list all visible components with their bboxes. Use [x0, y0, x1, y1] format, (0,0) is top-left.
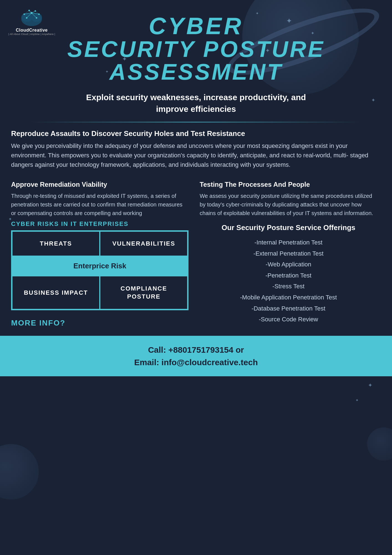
- left-col-heading: Approve Remediation Viability: [11, 181, 189, 188]
- footer: Call: +8801751793154 or Email: info@clou…: [0, 336, 392, 376]
- offering-item: -Web Application: [200, 259, 377, 270]
- footer-line1: Call: +8801751793154 or: [11, 344, 381, 356]
- right-column: Testing The Processes And People We asse…: [200, 181, 377, 327]
- risk-business: BUSINESS IMPACT: [12, 276, 100, 309]
- title-line1: CYBER: [11, 14, 381, 38]
- risk-compliance: COMPLIANCE POSTURE: [100, 276, 188, 309]
- offering-item: -Internal Penetration Test: [200, 237, 377, 248]
- left-col-body: Through re-testing of misused and exploi…: [11, 192, 189, 218]
- intro-body: We give you perceivability into the adeq…: [11, 141, 381, 170]
- right-col-heading: Testing The Processes And People: [200, 181, 377, 188]
- title-line2: SECURITY POSTURE ASSESSMENT: [11, 38, 381, 83]
- two-col-section: Approve Remediation Viability Through re…: [11, 181, 381, 327]
- risk-threats: THREATS: [12, 231, 100, 256]
- header-subtitle: Exploit security weaknesses, increase pr…: [71, 92, 321, 115]
- sparkle-8: ✦: [355, 398, 359, 402]
- sparkle-7: ✦: [368, 382, 373, 389]
- more-info-label: More info?: [11, 319, 189, 327]
- offering-item: -Source Code Review: [200, 314, 377, 325]
- offering-item: -External Penetration Test: [200, 248, 377, 259]
- offerings-list: -Internal Penetration Test-External Pene…: [200, 237, 377, 325]
- offering-item: -Mobile Application Penetration Test: [200, 292, 377, 303]
- main-title: CYBER SECURITY POSTURE ASSESSMENT: [11, 14, 381, 83]
- intro-section: Reproduce Assaults to Discover Security …: [11, 129, 381, 170]
- offering-item: -Stress Test: [200, 281, 377, 292]
- offerings-title: Our Security Posture Service Offerings: [200, 223, 377, 233]
- logo-icon: [19, 6, 44, 28]
- risk-grid: THREATS VULNERABILITIES Enterprice Risk …: [11, 230, 189, 310]
- header-divider: [29, 122, 363, 122]
- right-col-body: We assess your security posture utilizin…: [200, 192, 377, 218]
- header: CloudCreative | All About Cloud | Anytim…: [0, 0, 392, 115]
- cyber-risks-title: CYBER RISKS IN IT ENTERPRISES: [11, 220, 189, 228]
- cyber-risks-section: CYBER RISKS IN IT ENTERPRISES THREATS VU…: [11, 220, 189, 310]
- logo-area: CloudCreative | All About Cloud | Anytim…: [8, 6, 55, 36]
- intro-heading: Reproduce Assaults to Discover Security …: [11, 129, 381, 138]
- left-column: Approve Remediation Viability Through re…: [11, 181, 189, 327]
- offering-item: -Database Penetration Test: [200, 303, 377, 314]
- offering-item: -Penetration Test: [200, 270, 377, 281]
- risk-vulnerabilities: VULNERABILITIES: [100, 231, 188, 256]
- risk-enterprise: Enterprice Risk: [12, 256, 188, 276]
- offerings-section: Our Security Posture Service Offerings -…: [200, 223, 377, 325]
- logo-name: CloudCreative: [16, 28, 48, 33]
- logo-tagline: | All About Cloud | Anytime | Anywhere |: [8, 33, 55, 36]
- main-content: Reproduce Assaults to Discover Security …: [0, 129, 392, 327]
- footer-line2: Email: info@cloudcreative.tech: [11, 356, 381, 369]
